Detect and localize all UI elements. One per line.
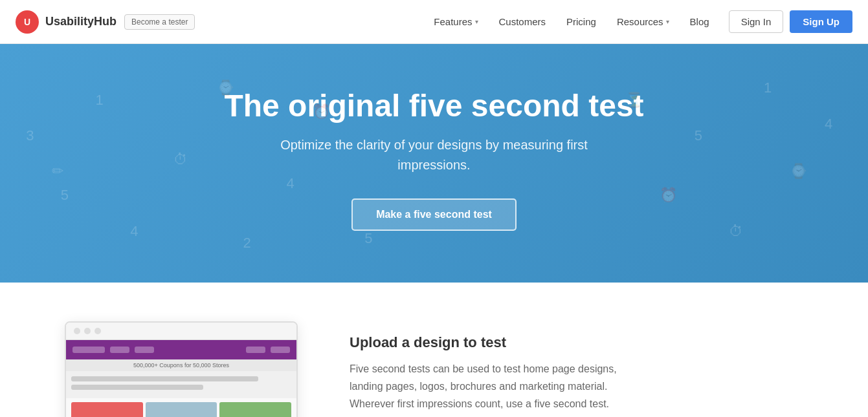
fake-nav-item: [135, 347, 154, 353]
nav-link-pricing[interactable]: Pricing: [557, 11, 605, 32]
logo-letter: U: [24, 17, 30, 27]
fake-site-navbar: [66, 340, 296, 359]
chevron-down-icon: ▾: [666, 18, 669, 25]
mockup-wrapper: 500,000+ Coupons for 50,000 Stores Shop …: [65, 321, 298, 417]
hero-subtitle: Optimize the clarity of your designs by …: [273, 135, 596, 175]
nav-link-resources[interactable]: Resources ▾: [608, 11, 678, 32]
fake-nav-item: [110, 347, 129, 353]
content-heading: Upload a design to test: [350, 334, 628, 351]
hero-section: 3 5 1 4 ⏱ ⌚ 2 4 ⏰ ⏳ ⏰ 5 ⏱ 1 ⌚ 4 ✏ 5 The …: [0, 44, 868, 283]
fake-img-1: [71, 402, 143, 417]
nav-link-blog[interactable]: Blog: [681, 11, 718, 32]
navigation: U UsabilityHub Become a tester Features …: [0, 0, 868, 44]
content-section: 500,000+ Coupons for 50,000 Stores Shop …: [0, 283, 868, 417]
content-text: Upload a design to test Five second test…: [350, 321, 628, 413]
fake-site-banner: 500,000+ Coupons for 50,000 Stores: [66, 359, 296, 371]
signup-button[interactable]: Sign Up: [790, 10, 852, 33]
fake-nav-item: [246, 347, 265, 353]
fake-site-images: [66, 398, 296, 417]
brand-logo-link[interactable]: U UsabilityHub: [16, 10, 117, 34]
fake-site-hero-area: [66, 371, 296, 398]
browser-dot-red: [74, 328, 80, 334]
fake-img-3: [219, 402, 291, 417]
browser-bar: [66, 323, 296, 340]
nav-links: Features ▾ Customers Pricing Resources ▾…: [425, 11, 718, 32]
brand-logo-icon: U: [16, 10, 39, 34]
fake-nav-item: [271, 347, 290, 353]
nav-auth: Sign In Sign Up: [729, 10, 852, 33]
fake-nav-logo: [72, 347, 105, 353]
fake-hero-text-2: [71, 385, 203, 390]
hero-cta-button[interactable]: Make a five second test: [351, 198, 517, 231]
browser-content: 500,000+ Coupons for 50,000 Stores Shop …: [66, 340, 296, 417]
browser-mockup: 500,000+ Coupons for 50,000 Stores Shop …: [65, 321, 298, 417]
fake-img-2: [146, 402, 217, 417]
nav-link-customers[interactable]: Customers: [490, 11, 555, 32]
become-tester-badge[interactable]: Become a tester: [124, 14, 195, 30]
content-body: Five second tests can be used to test ho…: [350, 360, 628, 413]
chevron-down-icon: ▾: [475, 18, 478, 25]
fake-hero-text-1: [71, 376, 258, 381]
signin-button[interactable]: Sign In: [729, 10, 784, 33]
browser-dot-green: [95, 328, 101, 334]
nav-link-features[interactable]: Features ▾: [425, 11, 487, 32]
hero-title: The original five second test: [224, 89, 643, 123]
brand-name: UsabilityHub: [45, 15, 117, 28]
browser-dot-yellow: [84, 328, 91, 334]
